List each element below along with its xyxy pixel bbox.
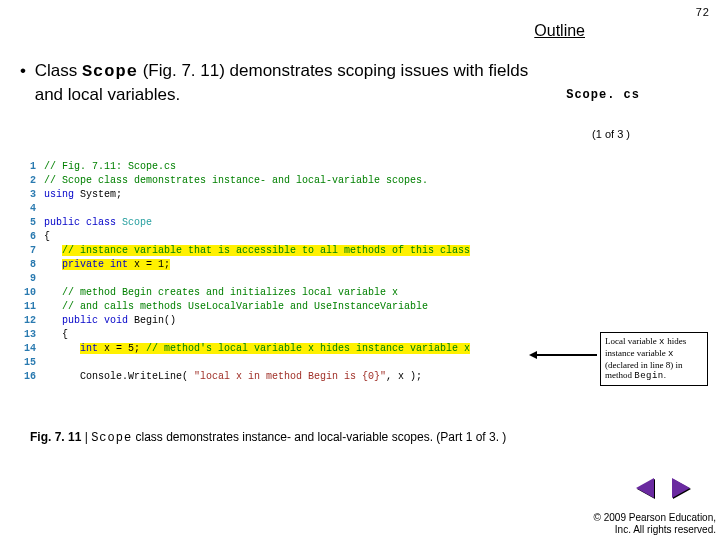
- copyright-line: Inc. All rights reserved.: [594, 524, 716, 536]
- callout-method: Begin: [634, 371, 664, 381]
- code-line: 6{: [20, 230, 580, 244]
- code-token: // Fig. 7.11: Scope.cs: [44, 161, 176, 172]
- code-token: "local x in method Begin is {0}": [194, 371, 386, 382]
- caption-rest: class demonstrates instance- and local-v…: [132, 430, 506, 444]
- code-token: Scope: [122, 217, 152, 228]
- bullet-mark: •: [20, 60, 35, 107]
- code-token: [44, 315, 62, 326]
- line-number: 6: [20, 230, 44, 244]
- code-token: [44, 245, 62, 256]
- code-token: // Scope class demonstrates instance- an…: [44, 175, 428, 186]
- code-token: {: [44, 231, 50, 242]
- code-block: 1// Fig. 7.11: Scope.cs2// Scope class d…: [20, 160, 580, 384]
- code-token: [44, 287, 62, 298]
- line-number: 4: [20, 202, 44, 216]
- caption-sep: |: [81, 430, 91, 444]
- line-number: 7: [20, 244, 44, 258]
- prev-slide-button[interactable]: [636, 478, 654, 498]
- line-number: 8: [20, 258, 44, 272]
- code-line: 3using System;: [20, 188, 580, 202]
- page-number: 72: [696, 6, 710, 18]
- callout-box: Local variable x hides instance variable…: [600, 332, 708, 386]
- figure-caption: Fig. 7. 11 | Scope class demonstrates in…: [30, 430, 690, 445]
- code-line: 11 // and calls methods UseLocalVariable…: [20, 300, 580, 314]
- code-token: // method's local variable x hides insta…: [146, 343, 470, 354]
- code-token: // instance variable that is accessible …: [62, 245, 470, 256]
- outline-heading: Outline: [534, 22, 585, 40]
- copyright: © 2009 Pearson Education, Inc. All right…: [594, 512, 716, 536]
- line-number: 9: [20, 272, 44, 286]
- code-line: 10 // method Begin creates and initializ…: [20, 286, 580, 300]
- line-number: 1: [20, 160, 44, 174]
- code-token: int: [110, 259, 128, 270]
- line-number: 14: [20, 342, 44, 356]
- code-token: Begin(): [128, 315, 176, 326]
- line-number: 15: [20, 356, 44, 370]
- line-number: 3: [20, 188, 44, 202]
- sidebar-part: (1 of 3 ): [592, 128, 630, 140]
- bullet-classname: Scope: [82, 62, 138, 81]
- line-number: 16: [20, 370, 44, 384]
- bullet-item: • Class Scope (Fig. 7. 11) demonstrates …: [20, 60, 560, 107]
- callout-arrow: [535, 354, 597, 356]
- line-number: 12: [20, 314, 44, 328]
- copyright-line: © 2009 Pearson Education,: [594, 512, 716, 524]
- code-token: private: [62, 259, 104, 270]
- code-line: 14 int x = 5; // method's local variable…: [20, 342, 580, 356]
- code-token: , x );: [386, 371, 422, 382]
- code-token: {: [44, 329, 68, 340]
- code-line: 5public class Scope: [20, 216, 580, 230]
- code-token: public void: [62, 315, 128, 326]
- sidebar-filename: Scope. cs: [566, 88, 640, 102]
- code-line: 4: [20, 202, 580, 216]
- bullet-text: Class Scope (Fig. 7. 11) demonstrates sc…: [35, 60, 560, 107]
- line-number: 10: [20, 286, 44, 300]
- code-token: using: [44, 189, 80, 200]
- code-line: 1// Fig. 7.11: Scope.cs: [20, 160, 580, 174]
- code-token: x = 1;: [128, 259, 170, 270]
- code-token: // method Begin creates and initializes …: [62, 287, 398, 298]
- next-slide-button[interactable]: [672, 478, 690, 498]
- code-token: [44, 259, 62, 270]
- code-token: x = 5;: [98, 343, 146, 354]
- code-token: Console.WriteLine(: [44, 371, 194, 382]
- code-line: 2// Scope class demonstrates instance- a…: [20, 174, 580, 188]
- code-line: 8 private int x = 1;: [20, 258, 580, 272]
- code-line: 16 Console.WriteLine( "local x in method…: [20, 370, 580, 384]
- code-line: 12 public void Begin(): [20, 314, 580, 328]
- caption-class: Scope: [91, 431, 132, 445]
- nav-buttons: [636, 478, 690, 498]
- line-number: 5: [20, 216, 44, 230]
- line-number: 2: [20, 174, 44, 188]
- bullet-pre: Class: [35, 61, 82, 80]
- code-line: 15: [20, 356, 580, 370]
- callout-text: Local variable: [605, 336, 659, 346]
- code-line: 9: [20, 272, 580, 286]
- code-token: int: [80, 343, 98, 354]
- code-token: [44, 343, 80, 354]
- code-token: // and calls methods UseLocalVariable an…: [62, 301, 428, 312]
- callout-var2: x: [668, 349, 674, 359]
- code-token: public class: [44, 217, 122, 228]
- caption-fig: Fig. 7. 11: [30, 430, 81, 444]
- line-number: 13: [20, 328, 44, 342]
- callout-text: .: [664, 370, 666, 380]
- line-number: 11: [20, 300, 44, 314]
- code-token: [44, 301, 62, 312]
- code-line: 7 // instance variable that is accessibl…: [20, 244, 580, 258]
- code-line: 13 {: [20, 328, 580, 342]
- code-token: System;: [80, 189, 122, 200]
